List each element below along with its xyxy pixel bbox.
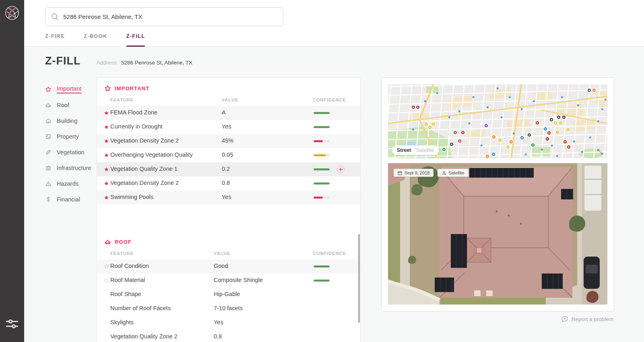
- calendar-icon: [398, 171, 402, 175]
- feature-name: Number of Roof Facets: [110, 305, 171, 311]
- feature-name: Vegetation Density Zone 2: [110, 180, 179, 186]
- sidebar-item-building[interactable]: Building: [45, 113, 97, 129]
- star-icon: [104, 181, 109, 186]
- sidebar-item-label: Roof: [57, 102, 69, 108]
- satellite-icon: [442, 171, 446, 175]
- feature-value: Hip-Gable: [214, 291, 240, 297]
- section-header: ROOF: [104, 237, 360, 247]
- scrollbar-thumb[interactable]: [358, 234, 360, 323]
- sidebar-item-vegetation[interactable]: Vegetation: [45, 144, 97, 160]
- feature-value: Yes: [222, 123, 231, 130]
- column-header: CONFIDENCE: [313, 97, 343, 102]
- column-headers: FEATUREVALUECONFIDENCE: [97, 247, 360, 259]
- address-line: Address: 5286 Penrose St, Abilene, TX: [97, 60, 192, 66]
- table-row[interactable]: Overhanging Vegetation Quality0.05: [97, 148, 360, 162]
- feature-value: 0.2: [222, 166, 230, 172]
- sidebar-item-label: Vegetation: [57, 149, 85, 155]
- street-map[interactable]: Street Satellite: [388, 84, 607, 158]
- confidence-bar: [314, 265, 330, 267]
- star-icon: [104, 264, 109, 269]
- roof-icon: [104, 238, 111, 245]
- infrastructure-icon: [45, 165, 52, 171]
- report-problem-link[interactable]: Report a problem: [561, 315, 613, 323]
- tab-z-fire[interactable]: Z-FIRE: [45, 33, 65, 47]
- feature-value: 7-10 facets: [214, 305, 243, 311]
- star-icon: [104, 139, 109, 144]
- feature-name: Roof Condition: [110, 263, 149, 269]
- zesty-logo-icon[interactable]: [4, 5, 20, 21]
- tab-z-book[interactable]: Z-BOOK: [84, 33, 107, 47]
- feature-value: 0.05: [222, 151, 233, 158]
- confidence-bar: [314, 140, 330, 142]
- confidence-bar: [314, 182, 330, 184]
- feature-name: FEMA Flood Zone: [110, 109, 157, 116]
- sidebar-item-label: Property: [57, 133, 79, 140]
- confidence-bar: [314, 112, 330, 114]
- feature-name: Roof Shape: [110, 291, 141, 297]
- property-icon: [45, 133, 52, 140]
- tabs: Z-FIREZ-BOOKZ-FILL: [45, 33, 164, 47]
- table-row[interactable]: SkylightsYes: [97, 316, 360, 330]
- feature-value: 0.8: [222, 180, 230, 186]
- top-header: Z-FIREZ-BOOKZ-FILL: [24, 0, 644, 47]
- feature-name: Currently in Drought: [110, 123, 163, 130]
- column-header: FEATURE: [110, 251, 134, 256]
- section-header: IMPORTANT: [104, 83, 360, 93]
- settings-tune-icon[interactable]: [6, 318, 19, 330]
- table-row[interactable]: Currently in DroughtYes: [97, 120, 360, 134]
- tab-z-fill[interactable]: Z-FILL: [126, 33, 145, 47]
- confidence-bar: [314, 197, 330, 199]
- sidebar-item-infrastructure[interactable]: Infrastructure: [45, 160, 97, 176]
- feature-name: Vegetation Quality Zone 1: [110, 166, 178, 172]
- search-input[interactable]: [62, 8, 277, 25]
- table-row[interactable]: Vegetation Quality Zone 20.8: [97, 330, 360, 342]
- section-roof: ROOFFEATUREVALUECONFIDENCERoof Condition…: [97, 231, 360, 342]
- map-type-toggle: Street Satellite: [392, 145, 439, 155]
- sidebar-item-property[interactable]: Property: [45, 129, 97, 144]
- building-icon: [45, 118, 52, 124]
- sidebar-item-important[interactable]: Important: [45, 81, 97, 97]
- add-feature-button[interactable]: [337, 166, 345, 173]
- capture-date-badge: Sept 9, 2018: [394, 169, 433, 177]
- satellite-view[interactable]: Sept 9, 2018 Satellite: [388, 163, 607, 305]
- table-row[interactable]: Roof ShapeHip-Gable: [97, 288, 360, 302]
- table-row[interactable]: Number of Roof Facets7-10 facets: [97, 302, 360, 316]
- address-search: [45, 7, 283, 26]
- expand-map-icon[interactable]: [597, 149, 603, 155]
- table-row[interactable]: Vegetation Quality Zone 10.2: [97, 162, 360, 176]
- section-nav: ImportantRoofBuildingPropertyVegetationI…: [45, 81, 97, 207]
- feature-value: Yes: [222, 194, 231, 200]
- toggle-satellite[interactable]: Satellite: [416, 147, 433, 153]
- confidence-bar: [314, 168, 330, 170]
- feature-value: A: [222, 109, 226, 116]
- toggle-street[interactable]: Street: [397, 147, 411, 153]
- sidebar-item-hazards[interactable]: Hazards: [45, 176, 97, 191]
- map-panel: Street Satellite Sept 9, 2018: [381, 77, 614, 311]
- satellite-badges: Sept 9, 2018 Satellite: [394, 169, 469, 177]
- table-row[interactable]: Roof ConditionGood: [97, 259, 360, 274]
- address-label: Address:: [97, 60, 118, 66]
- confidence-bar: [314, 154, 330, 156]
- app-rail: [0, 0, 24, 342]
- sidebar-item-roof[interactable]: Roof: [45, 97, 97, 113]
- sidebar-item-financial[interactable]: Financial: [45, 191, 97, 207]
- star-icon: [104, 195, 109, 200]
- table-row[interactable]: FEMA Flood ZoneA: [97, 106, 360, 120]
- section-title: ROOF: [115, 239, 132, 245]
- star-icon: [45, 86, 52, 93]
- report-bubble-icon: [561, 315, 568, 323]
- feature-name: Roof Material: [110, 277, 145, 283]
- confidence-bar: [314, 280, 330, 282]
- star-icon: [104, 278, 109, 283]
- feature-value: Yes: [214, 319, 223, 325]
- feature-table-card: IMPORTANTFEATUREVALUECONFIDENCEFEMA Floo…: [97, 77, 361, 342]
- table-row[interactable]: Vegetation Density Zone 245%: [97, 134, 360, 148]
- table-row[interactable]: Roof MaterialComposite Shingle: [97, 274, 360, 288]
- roof-icon: [45, 102, 52, 108]
- table-row[interactable]: Vegetation Density Zone 20.8: [97, 176, 360, 191]
- column-headers: FEATUREVALUECONFIDENCE: [97, 93, 360, 106]
- section-title: IMPORTANT: [115, 85, 149, 91]
- table-row[interactable]: Swimming PoolsYes: [97, 191, 360, 205]
- vegetation-icon: [45, 149, 52, 155]
- feature-name: Swimming Pools: [110, 194, 153, 200]
